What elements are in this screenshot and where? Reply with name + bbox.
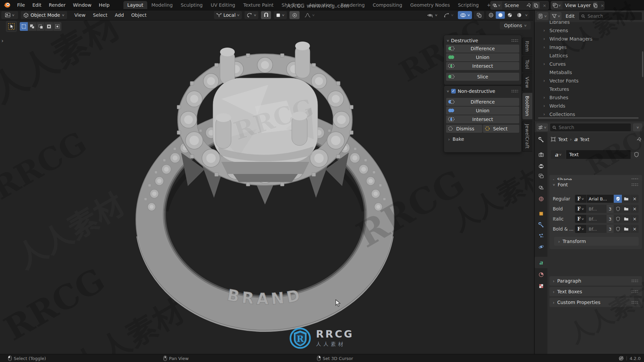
snap-target-selector[interactable]: ∨ — [274, 11, 287, 19]
panel-title[interactable]: Non-destructive — [458, 88, 495, 94]
editor-type-button[interactable]: ∨ — [1, 11, 18, 19]
blender-logo-icon[interactable] — [3, 2, 11, 8]
properties-options-dropdown[interactable]: ∨ — [633, 123, 642, 131]
select-button[interactable]: Select — [483, 125, 519, 133]
tab-compositing[interactable]: Compositing — [369, 1, 406, 9]
tab-layout[interactable]: Layout — [123, 1, 148, 9]
expand-chevron-icon[interactable]: › — [543, 28, 549, 33]
outliner-item-window-managers[interactable]: ›Window Managers — [535, 35, 642, 43]
datablock-name-field[interactable]: Text — [566, 150, 631, 159]
section-custom-properties[interactable]: › Custom Properties — [549, 298, 642, 307]
open-font-button[interactable] — [622, 205, 630, 213]
tab-scripting[interactable]: Scripting — [454, 1, 483, 9]
sidebar-tab-jewelcraft[interactable]: JewelCraft — [522, 121, 532, 152]
outliner-item-brushes[interactable]: ›Brushes — [535, 93, 642, 102]
user-count-badge[interactable]: 3 — [607, 225, 613, 233]
fake-user-toggle[interactable] — [614, 205, 622, 213]
font-name-field[interactable]: Bf... — [587, 225, 606, 233]
select-mode-invert-button[interactable] — [45, 22, 53, 31]
options-button[interactable]: Options ∨ — [500, 21, 531, 29]
tab-object-data[interactable]: a — [535, 257, 547, 268]
unlink-font-button[interactable]: × — [631, 205, 639, 213]
outliner-item-libraries[interactable]: Libraries — [535, 21, 642, 26]
font-panel-header[interactable]: ∨ Font — [549, 180, 642, 189]
outliner-search-input[interactable] — [587, 13, 640, 19]
dismiss-button[interactable]: Dismiss — [446, 125, 482, 133]
destructive-union-button[interactable]: Union — [446, 53, 519, 61]
tab-modeling[interactable]: Modeling — [147, 1, 177, 9]
properties-search-input[interactable] — [558, 124, 629, 130]
outliner-vertical-scrollbar[interactable] — [642, 51, 643, 77]
font-browse-dropdown[interactable]: F∨ — [575, 215, 586, 223]
font-browse-dropdown[interactable]: F∨ — [575, 205, 586, 213]
ring-model[interactable]: RRCG BRAND — [80, 28, 419, 337]
menu-object[interactable]: Object — [128, 12, 150, 18]
panel-grip-icon[interactable] — [511, 39, 519, 42]
font-name-field[interactable]: Bf... — [587, 215, 606, 223]
user-count-badge[interactable]: 3 — [607, 205, 613, 213]
non-destructive-intersect-button[interactable]: Intersect — [446, 115, 519, 123]
view-layer-remove-button[interactable]: × — [598, 3, 606, 8]
select-mode-intersect-button[interactable] — [53, 22, 61, 31]
outliner-item-lattices[interactable]: Lattices — [535, 51, 642, 60]
outliner-item-metaballs[interactable]: Metaballs — [535, 68, 642, 76]
collapse-chevron-icon[interactable]: ∨ — [446, 90, 449, 93]
menu-help[interactable]: Help — [95, 2, 113, 8]
menu-render[interactable]: Render — [45, 2, 69, 8]
proportional-editing-toggle[interactable] — [289, 11, 300, 19]
scene-icon[interactable]: ∨ — [491, 1, 502, 9]
tab-render[interactable] — [535, 149, 547, 160]
outliner-filter-dropdown[interactable]: ∨ — [550, 12, 562, 20]
datablock-type-dropdown[interactable]: a ∨ — [551, 150, 566, 159]
scene-copy-button[interactable] — [532, 2, 540, 9]
outliner-display-mode-dropdown[interactable]: ∨ — [537, 12, 548, 20]
tab-shading[interactable]: Shading — [278, 1, 305, 9]
mode-selector[interactable]: Object Mode ∨ — [21, 11, 67, 19]
section-text-boxes[interactable]: › Text Boxes — [549, 287, 642, 296]
shading-wireframe-button[interactable] — [486, 11, 495, 19]
menu-select[interactable]: Select — [90, 12, 111, 18]
panel-title[interactable]: Destructive — [451, 38, 478, 43]
breadcrumb-data[interactable]: Text — [580, 137, 589, 142]
sidebar-tab-item[interactable]: Item — [522, 38, 532, 55]
fake-user-toggle[interactable] — [614, 215, 622, 223]
non-destructive-difference-button[interactable]: Difference — [446, 98, 519, 106]
xray-toggle[interactable] — [474, 11, 484, 19]
unlink-font-button[interactable]: × — [631, 215, 639, 223]
tab-output[interactable] — [535, 161, 547, 171]
active-tool-tweak-button[interactable] — [6, 21, 17, 32]
pivot-point-selector[interactable]: ∨ — [245, 11, 259, 19]
outliner-search[interactable] — [579, 12, 642, 20]
scene-selector[interactable]: ∨ Scene × — [490, 1, 549, 10]
view-layer-copy-button[interactable] — [593, 2, 597, 9]
toolbar-expand-arrow[interactable]: › — [1, 38, 3, 44]
tab-physics[interactable] — [535, 242, 547, 252]
tab-material[interactable] — [535, 269, 547, 280]
destructive-slice-button[interactable]: Slice — [446, 73, 519, 81]
font-browse-dropdown[interactable]: F∨ — [575, 225, 586, 233]
tab-particles[interactable] — [535, 231, 547, 241]
menu-edit[interactable]: Edit — [29, 2, 45, 8]
viewport-3d[interactable]: 人人素材 RRCG 人人素材 RRCG 人人素材 RRCG 人人素材 RRCG — [0, 20, 533, 354]
tab-texture[interactable] — [535, 281, 547, 291]
falloff-selector[interactable]: ∨ — [302, 11, 317, 19]
shading-rendered-button[interactable] — [515, 11, 524, 19]
sidebar-tab-view[interactable]: View — [522, 73, 532, 92]
expand-chevron-icon[interactable]: › — [543, 112, 549, 116]
outliner-edit-menu[interactable]: Edit — [563, 13, 577, 19]
pin-icon[interactable] — [526, 3, 531, 8]
tab-sculpting[interactable]: Sculpting — [177, 1, 207, 9]
user-count-badge[interactable]: 3 — [607, 215, 613, 223]
unlink-font-button[interactable]: × — [631, 225, 639, 233]
pin-icon[interactable] — [637, 137, 641, 142]
visibility-dropdown[interactable]: ∨ — [425, 11, 440, 19]
menu-add[interactable]: Add — [111, 12, 127, 18]
font-name-field[interactable]: Arial B... — [587, 195, 613, 203]
fake-user-toggle[interactable] — [614, 225, 622, 233]
menu-view[interactable]: View — [71, 12, 89, 18]
tab-view-layer[interactable] — [535, 171, 547, 181]
outliner-item-vector-fonts[interactable]: ›Vector Fonts — [535, 76, 642, 85]
properties-editor-type-dropdown[interactable]: ∨ — [536, 123, 548, 131]
fake-user-toggle-on[interactable] — [614, 195, 622, 203]
non-destructive-checkbox[interactable]: ✓ — [451, 89, 456, 94]
